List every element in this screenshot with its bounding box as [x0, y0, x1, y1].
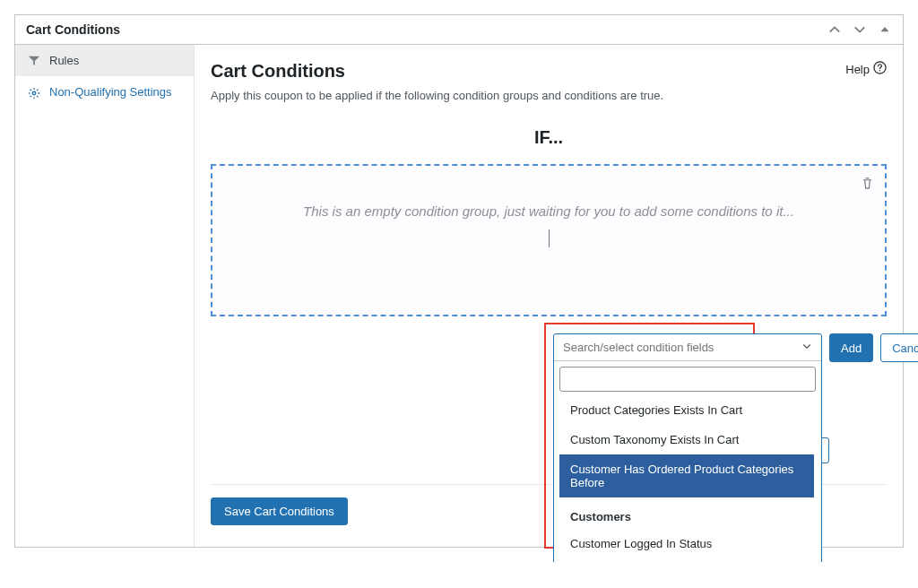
panel-title: Cart Conditions	[26, 22, 120, 37]
condition-option[interactable]: Product Categories Exists In Cart	[559, 395, 814, 425]
sidebar-item-non-qualifying[interactable]: Non-Qualifying Settings	[15, 76, 194, 108]
empty-group-text: This is an empty condition group, just w…	[230, 203, 867, 219]
main-description: Apply this coupon to be applied if the f…	[211, 89, 887, 102]
help-link[interactable]: Help	[845, 61, 887, 77]
sidebar-item-rules[interactable]: Rules	[15, 45, 194, 76]
panel-controls	[827, 22, 892, 37]
expand-icon[interactable]	[853, 22, 867, 37]
condition-option[interactable]: Customer Logged In Status	[559, 529, 814, 558]
svg-point-2	[879, 70, 881, 72]
trash-icon[interactable]	[861, 177, 874, 193]
sidebar-item-label: Non-Qualifying Settings	[49, 85, 172, 99]
toggle-up-icon[interactable]	[878, 22, 892, 37]
condition-option-list[interactable]: Product Categories Exists In CartCustom …	[559, 395, 816, 562]
main-area: Cart Conditions Help Apply this coupon t…	[195, 45, 903, 547]
sidebar-item-label: Rules	[49, 54, 79, 67]
connector-line	[549, 229, 550, 247]
save-button[interactable]: Save Cart Conditions	[211, 497, 348, 525]
if-label: IF...	[211, 127, 887, 148]
chevron-down-icon	[801, 341, 812, 354]
filter-icon	[28, 55, 40, 67]
condition-option-group: Customers	[559, 497, 814, 529]
condition-select-row: Search/select condition fields Product C…	[553, 333, 918, 562]
gear-icon	[28, 87, 40, 99]
condition-select-head[interactable]: Search/select condition fields	[554, 334, 821, 360]
panel-body: Rules Non-Qualifying Settings Cart Condi…	[15, 45, 903, 547]
help-label: Help	[845, 63, 870, 76]
add-button[interactable]: Add	[829, 333, 873, 362]
condition-option[interactable]: Customer Has Ordered Product Categories …	[559, 454, 814, 497]
sidebar: Rules Non-Qualifying Settings	[15, 45, 195, 547]
panel-header: Cart Conditions	[15, 15, 903, 45]
help-icon	[873, 61, 887, 77]
collapse-icon[interactable]	[827, 22, 842, 37]
condition-select-placeholder: Search/select condition fields	[563, 341, 714, 354]
main-header: Cart Conditions Help	[211, 61, 887, 82]
svg-point-0	[32, 91, 36, 95]
cart-conditions-panel: Cart Conditions Rules	[14, 14, 904, 548]
condition-group: This is an empty condition group, just w…	[211, 164, 887, 316]
main-title: Cart Conditions	[211, 61, 345, 82]
condition-select[interactable]: Search/select condition fields Product C…	[553, 333, 822, 562]
condition-option[interactable]: Custom Taxonomy Exists In Cart	[559, 425, 814, 454]
condition-search-input[interactable]	[559, 367, 816, 392]
condition-select-body: Product Categories Exists In CartCustom …	[554, 360, 821, 562]
cancel-button[interactable]: Cancel	[880, 333, 918, 362]
